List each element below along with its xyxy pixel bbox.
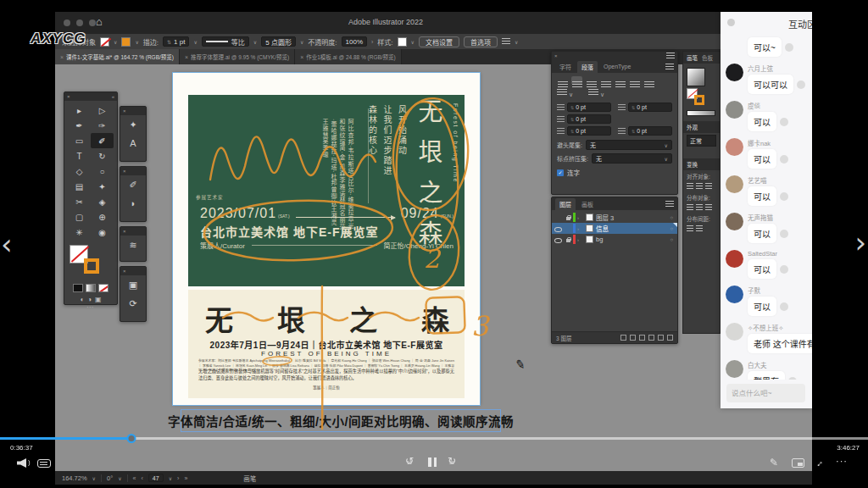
message-badge-icon[interactable] (780, 265, 788, 274)
layer-row[interactable]: 图层 3 (552, 212, 677, 223)
layer-row[interactable]: bg (552, 234, 677, 245)
zoom-tool[interactable]: ⊕ (91, 209, 114, 225)
right-indent-field[interactable]: 0 pt (618, 103, 672, 112)
style-swatch[interactable] (398, 37, 407, 47)
fill-swatch[interactable] (100, 37, 109, 47)
expand-icon[interactable] (577, 215, 583, 220)
chevron-down-icon[interactable] (253, 39, 257, 45)
close-tab-icon[interactable] (300, 54, 303, 60)
mojikumi-select[interactable]: 无 (592, 153, 672, 164)
message-badge-icon[interactable] (788, 377, 797, 380)
opacity-field[interactable]: 100% (342, 36, 367, 47)
prev-artboard-icon[interactable]: ‹ (142, 475, 143, 481)
indent-left-icon[interactable]: ∨ (557, 89, 573, 98)
left-indent-field[interactable]: 0 pt (557, 103, 611, 112)
chevron-left-icon[interactable]: ‹ (1, 227, 13, 261)
artboard[interactable]: Forest of being Time 无垠之森 风开始涌动 让我们迈步踏进 … (173, 73, 480, 405)
exit-fullscreen-icon[interactable] (811, 456, 825, 469)
align-right[interactable] (586, 76, 597, 85)
new-layer-icon[interactable] (658, 335, 664, 341)
type-tool[interactable]: T (68, 148, 91, 164)
pen-tool[interactable]: ✒ (68, 118, 91, 133)
chevron-down-icon[interactable] (114, 39, 117, 45)
align-left-icon[interactable] (687, 183, 693, 189)
distribute-bottom-icon[interactable] (705, 204, 712, 210)
blob-brush-tool[interactable]: ✐ (120, 175, 146, 194)
panel-menu-icon[interactable] (666, 53, 675, 59)
close-panel-icon[interactable] (123, 269, 126, 274)
zoom-level[interactable]: 164.72% (62, 474, 87, 482)
symbol-sprayer-tool[interactable]: ▣ (120, 275, 146, 294)
space-after-field[interactable]: 0 pt (618, 126, 672, 136)
window-controls[interactable] (64, 19, 96, 26)
justify-last-center[interactable] (615, 76, 626, 85)
rotate-tool[interactable]: ↻ (91, 148, 114, 164)
visibility-eye-icon[interactable] (552, 212, 563, 223)
panel-menu-icon[interactable] (665, 64, 674, 70)
align-center[interactable] (571, 76, 582, 85)
magic-wand-tool[interactable]: ✦ (120, 115, 146, 134)
align-menu-icon[interactable] (502, 38, 510, 45)
brush-definition-select[interactable]: 5 点圆形 (261, 36, 296, 47)
tab-layers[interactable]: 图层 (555, 198, 576, 210)
danmaku-icon[interactable] (37, 459, 51, 468)
message-badge-icon[interactable] (780, 118, 788, 126)
message-badge-icon[interactable] (797, 80, 805, 89)
first-line-indent-field[interactable]: 0 pt (557, 114, 611, 124)
rectangle-tool[interactable]: ▭ (68, 133, 91, 148)
fill-stroke-mini[interactable] (687, 88, 709, 107)
zoom-window-icon[interactable] (89, 19, 96, 26)
document-tab[interactable]: 推荐字体整理.ai @ 9.95 % (CMYK/预览) (180, 49, 295, 64)
color-button[interactable] (73, 284, 83, 292)
visibility-eye-icon[interactable] (552, 223, 563, 234)
close-panel-icon[interactable] (123, 169, 126, 174)
lock-icon[interactable] (563, 234, 573, 245)
lasso-tool[interactable]: ○ (91, 164, 114, 179)
artboard-number-field[interactable]: 47 (148, 474, 164, 482)
artboard-tool[interactable]: ▢ (68, 209, 91, 225)
document-tab[interactable]: 课件1-文字基础.ai* @ 164.72 % (RGB/预览) (55, 49, 180, 64)
more-options-icon[interactable] (836, 456, 848, 466)
direct-selection-tool[interactable]: ▷ (91, 103, 114, 118)
chevron-down-icon[interactable] (300, 39, 303, 45)
gradient-slider[interactable] (687, 110, 715, 116)
home-icon[interactable] (96, 15, 103, 28)
expand-icon[interactable] (577, 237, 583, 242)
close-tab-icon[interactable] (185, 54, 188, 60)
chevron-down-icon[interactable] (515, 39, 518, 45)
tab-transform[interactable]: 变换 (687, 160, 698, 169)
selection-tool[interactable]: ▸ (68, 103, 91, 118)
layer-row[interactable]: 信息 (552, 223, 677, 234)
hyphenate-checkbox[interactable] (557, 169, 564, 176)
close-window-icon[interactable] (64, 19, 70, 26)
curvature-tool[interactable]: ✑ (91, 118, 114, 133)
chevron-down-icon[interactable] (118, 475, 121, 481)
tab-brushes[interactable]: 画笔 (687, 53, 698, 62)
tab-paragraph[interactable]: 段落 (577, 61, 598, 73)
rotate-view-tool[interactable]: ⟳ (120, 294, 146, 313)
new-sublayer-icon[interactable] (648, 335, 654, 341)
make-mask-icon[interactable] (639, 335, 645, 341)
close-panel-icon[interactable] (67, 94, 70, 99)
chevron-right-icon[interactable]: › (371, 39, 373, 45)
close-tab-icon[interactable] (60, 54, 64, 60)
distribute-top-icon[interactable] (687, 204, 693, 210)
stepper-icon[interactable] (167, 38, 171, 46)
draw-normal-icon[interactable]: ◐ (80, 296, 84, 303)
width-tool[interactable]: ≋ (120, 236, 146, 254)
chevron-down-icon[interactable] (411, 39, 415, 45)
brush-preview[interactable] (687, 68, 705, 86)
stroke-weight-field[interactable]: 1 pt (163, 36, 189, 47)
tab-appearance[interactable]: 外观 (687, 123, 698, 131)
tab-artboards[interactable]: 画板 (577, 198, 598, 210)
message-badge-icon[interactable] (780, 155, 788, 164)
none-button[interactable] (98, 284, 108, 292)
eyedropper-tool[interactable]: ✦ (91, 179, 114, 194)
lock-icon[interactable] (563, 212, 573, 223)
message-badge-icon[interactable] (780, 230, 788, 238)
gradient-button[interactable] (86, 284, 96, 292)
collapse-panel-icon[interactable] (112, 94, 114, 99)
horizontal-spacing-icon[interactable] (696, 225, 703, 231)
message-badge-icon[interactable] (785, 43, 793, 52)
delete-layer-icon[interactable] (667, 335, 673, 341)
